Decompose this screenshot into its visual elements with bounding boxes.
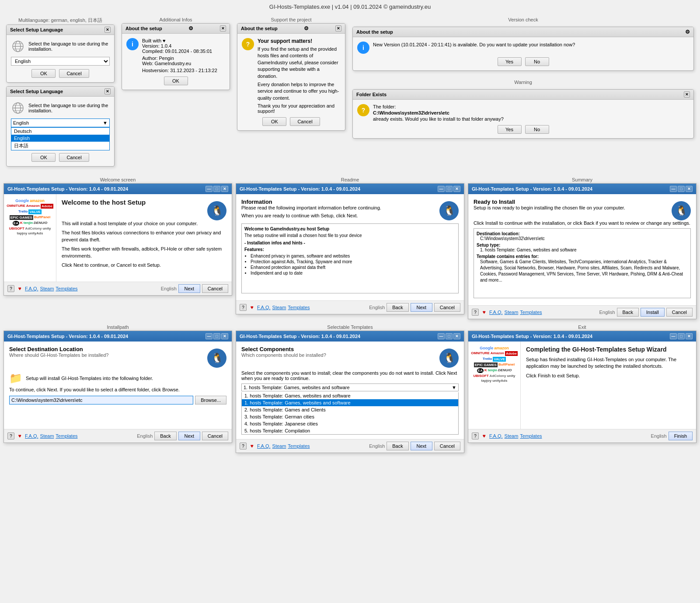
lang-dialog-1-ok[interactable]: OK bbox=[31, 69, 56, 78]
info-icon-1: i bbox=[126, 38, 139, 50]
warning-dialog-close[interactable]: ✕ bbox=[684, 91, 690, 98]
template-option-1[interactable]: 1. hosts Template: Games, websites and s… bbox=[242, 399, 458, 406]
lang-select-2-trigger[interactable]: English ▼ bbox=[11, 119, 110, 127]
installpath-back-btn[interactable]: Back bbox=[154, 432, 176, 440]
readme-heart-btn[interactable]: ♥ bbox=[248, 304, 255, 311]
support-text3: Thank you for your appreciation and supp… bbox=[258, 103, 341, 114]
installpath-heart-btn[interactable]: ♥ bbox=[16, 432, 23, 439]
template-option-3[interactable]: 3. hosts Template: German cities bbox=[242, 413, 458, 420]
exit-steam-link[interactable]: Steam bbox=[505, 433, 519, 439]
lang-dialog-2-titlebar: Select Setup Language ✕ bbox=[7, 87, 114, 97]
summary-minimize[interactable]: — bbox=[670, 186, 677, 192]
templates-cancel-btn[interactable]: Cancel bbox=[434, 442, 460, 450]
summary-steam-link[interactable]: Steam bbox=[505, 310, 519, 315]
lang-option-deutsch[interactable]: Deutsch bbox=[11, 128, 109, 135]
exit-close[interactable]: ✕ bbox=[686, 333, 693, 339]
welcome-templates-link[interactable]: Templates bbox=[56, 286, 77, 291]
exit-heart-btn[interactable]: ♥ bbox=[481, 432, 488, 439]
installpath-browse-btn[interactable]: Browse... bbox=[195, 396, 226, 404]
about-dialog-1-close[interactable]: ✕ bbox=[220, 25, 226, 31]
lang-dialog-1-cancel[interactable]: Cancel bbox=[59, 69, 89, 78]
version-check-no[interactable]: No bbox=[525, 57, 549, 66]
warning-no[interactable]: No bbox=[525, 125, 549, 134]
installpath-templates-link[interactable]: Templates bbox=[56, 433, 77, 439]
templates-heart-btn[interactable]: ♥ bbox=[248, 443, 255, 450]
installpath-maximize[interactable]: □ bbox=[213, 333, 220, 339]
welcome-help-btn[interactable]: ? bbox=[7, 285, 14, 292]
template-option-4[interactable]: 4. hosts Template: Japanese cities bbox=[242, 420, 458, 427]
summary-maximize[interactable]: □ bbox=[678, 186, 685, 192]
lang-option-english[interactable]: English bbox=[11, 135, 109, 142]
template-option-2[interactable]: 2. hosts Template: Games and Clients bbox=[242, 406, 458, 413]
summary-templates-link[interactable]: Templates bbox=[520, 310, 542, 315]
welcome-close[interactable]: ✕ bbox=[221, 186, 228, 192]
summary-heart-btn[interactable]: ♥ bbox=[481, 309, 488, 316]
readme-section: Readme GI-Host-Templates Setup - Version… bbox=[236, 175, 464, 319]
summary-back-btn[interactable]: Back bbox=[617, 308, 639, 317]
installpath-next-btn[interactable]: Next bbox=[178, 432, 200, 440]
exit-minimize[interactable]: — bbox=[670, 333, 677, 339]
summary-install-btn[interactable]: Install bbox=[641, 308, 665, 317]
exit-faq-link[interactable]: F.A.Q. bbox=[489, 433, 503, 439]
templates-minimize[interactable]: — bbox=[438, 333, 445, 339]
about-dialog-2-close[interactable]: ✕ bbox=[335, 25, 341, 31]
readme-templates-link[interactable]: Templates bbox=[288, 305, 310, 310]
lang-dialog-2-ok[interactable]: OK bbox=[31, 153, 56, 162]
readme-next-btn[interactable]: Next bbox=[411, 303, 432, 312]
readme-minimize[interactable]: — bbox=[438, 186, 445, 192]
templates-steam-link[interactable]: Steam bbox=[272, 443, 286, 449]
exit-finish-btn[interactable]: Finish bbox=[669, 432, 693, 440]
installpath-steam-link[interactable]: Steam bbox=[40, 433, 54, 439]
summary-faq-link[interactable]: F.A.Q. bbox=[489, 310, 503, 315]
welcome-next-btn[interactable]: Next bbox=[178, 284, 200, 293]
penguin-mascot-installpath: 🐧 bbox=[207, 349, 226, 368]
templates-help-btn[interactable]: ? bbox=[240, 443, 247, 450]
exit-help-btn[interactable]: ? bbox=[472, 432, 479, 439]
exit-templates-link[interactable]: Templates bbox=[520, 433, 542, 439]
support-title: Your support matters! bbox=[258, 38, 341, 44]
readme-steam-link[interactable]: Steam bbox=[272, 305, 286, 310]
warning-yes[interactable]: Yes bbox=[498, 125, 522, 134]
welcome-maximize[interactable]: □ bbox=[213, 186, 220, 192]
lang-select-1[interactable]: English bbox=[11, 57, 110, 66]
welcome-cancel-btn[interactable]: Cancel bbox=[202, 284, 228, 293]
readme-close[interactable]: ✕ bbox=[453, 186, 460, 192]
welcome-heart-btn[interactable]: ♥ bbox=[16, 285, 23, 292]
readme-back-btn[interactable]: Back bbox=[387, 303, 408, 312]
about-dialog-2-cancel[interactable]: Cancel bbox=[290, 117, 320, 126]
summary-help-btn[interactable]: ? bbox=[472, 309, 479, 316]
lang-option-japanese[interactable]: 日本語 bbox=[11, 142, 109, 150]
welcome-minimize[interactable]: — bbox=[205, 186, 212, 192]
installpath-minimize[interactable]: — bbox=[205, 333, 212, 339]
readme-cancel-btn[interactable]: Cancel bbox=[434, 303, 460, 312]
lang-dialog-2-cancel[interactable]: Cancel bbox=[59, 153, 89, 162]
templates-next-btn[interactable]: Next bbox=[411, 442, 432, 450]
installpath-input[interactable] bbox=[9, 396, 193, 404]
lang-dialog-1-close[interactable]: ✕ bbox=[104, 27, 111, 33]
readme-help-btn[interactable]: ? bbox=[240, 304, 247, 311]
welcome-steam-link[interactable]: Steam bbox=[40, 286, 54, 291]
summary-cancel-btn[interactable]: Cancel bbox=[666, 308, 693, 317]
exit-maximize[interactable]: □ bbox=[678, 333, 685, 339]
templates-faq-link[interactable]: F.A.Q. bbox=[257, 443, 271, 449]
readme-faq-link[interactable]: F.A.Q. bbox=[257, 305, 271, 310]
template-option-0[interactable]: 1. hosts Template: Games, websites and s… bbox=[242, 392, 458, 399]
summary-close[interactable]: ✕ bbox=[686, 186, 693, 192]
templates-dropdown-trigger[interactable]: 1. hosts Template: Games, websites and s… bbox=[241, 383, 459, 391]
templates-templates-link[interactable]: Templates bbox=[288, 443, 310, 449]
readme-maximize[interactable]: □ bbox=[446, 186, 453, 192]
welcome-faq-link[interactable]: F.A.Q. bbox=[25, 286, 38, 291]
templates-back-btn[interactable]: Back bbox=[387, 442, 408, 450]
installpath-faq-link[interactable]: F.A.Q. bbox=[25, 433, 38, 439]
version-check-yes[interactable]: Yes bbox=[498, 57, 522, 66]
about-dialog-2-ok[interactable]: OK bbox=[262, 117, 286, 126]
installpath-close[interactable]: ✕ bbox=[221, 333, 228, 339]
installpath-help-btn[interactable]: ? bbox=[7, 432, 14, 439]
summary-desc: Setup is now ready to begin installing t… bbox=[474, 205, 625, 210]
template-option-5[interactable]: 5. hosts Template: Compilation bbox=[242, 427, 458, 434]
lang-dialog-2-close[interactable]: ✕ bbox=[104, 88, 111, 94]
about-dialog-1-ok[interactable]: OK bbox=[164, 77, 188, 85]
templates-close[interactable]: ✕ bbox=[453, 333, 460, 339]
installpath-cancel-btn[interactable]: Cancel bbox=[202, 432, 228, 440]
templates-maximize[interactable]: □ bbox=[446, 333, 453, 339]
